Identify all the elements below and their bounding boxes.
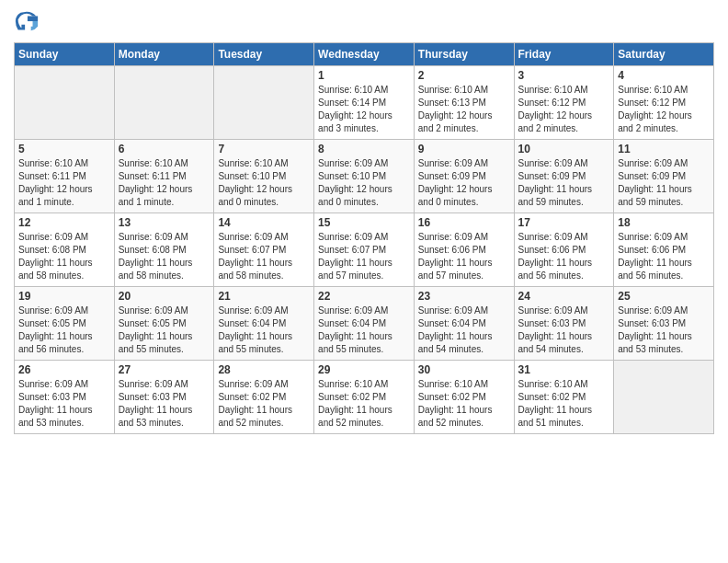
day-number: 8 bbox=[318, 143, 410, 155]
day-info: Sunrise: 6:10 AM Sunset: 6:11 PM Dayligh… bbox=[119, 157, 210, 209]
calendar-table: Sunday Monday Tuesday Wednesday Thursday… bbox=[14, 42, 714, 434]
day-info: Sunrise: 6:09 AM Sunset: 6:08 PM Dayligh… bbox=[18, 231, 110, 282]
col-friday: Friday bbox=[514, 43, 614, 66]
day-info: Sunrise: 6:09 AM Sunset: 6:02 PM Dayligh… bbox=[218, 378, 310, 430]
day-info: Sunrise: 6:09 AM Sunset: 6:05 PM Dayligh… bbox=[119, 304, 210, 356]
day-number: 3 bbox=[518, 69, 610, 82]
day-cell: 3Sunrise: 6:10 AM Sunset: 6:12 PM Daylig… bbox=[514, 66, 614, 140]
day-info: Sunrise: 6:10 AM Sunset: 6:02 PM Dayligh… bbox=[418, 378, 510, 430]
logo bbox=[14, 9, 43, 35]
week-row-3: 12Sunrise: 6:09 AM Sunset: 6:08 PM Dayli… bbox=[15, 213, 714, 287]
day-cell: 9Sunrise: 6:09 AM Sunset: 6:09 PM Daylig… bbox=[414, 140, 514, 213]
day-cell: 22Sunrise: 6:09 AM Sunset: 6:04 PM Dayli… bbox=[314, 287, 415, 361]
day-info: Sunrise: 6:09 AM Sunset: 6:10 PM Dayligh… bbox=[318, 157, 410, 209]
day-number: 22 bbox=[318, 290, 410, 303]
day-number: 12 bbox=[18, 216, 110, 229]
day-cell: 10Sunrise: 6:09 AM Sunset: 6:09 PM Dayli… bbox=[514, 140, 614, 213]
day-cell: 23Sunrise: 6:09 AM Sunset: 6:04 PM Dayli… bbox=[414, 287, 514, 361]
day-number: 15 bbox=[318, 216, 410, 229]
day-cell: 4Sunrise: 6:10 AM Sunset: 6:12 PM Daylig… bbox=[614, 66, 714, 140]
day-number: 21 bbox=[218, 290, 310, 303]
day-info: Sunrise: 6:09 AM Sunset: 6:03 PM Dayligh… bbox=[119, 378, 210, 430]
day-info: Sunrise: 6:09 AM Sunset: 6:09 PM Dayligh… bbox=[618, 157, 710, 209]
day-info: Sunrise: 6:10 AM Sunset: 6:12 PM Dayligh… bbox=[518, 84, 610, 135]
day-info: Sunrise: 6:09 AM Sunset: 6:05 PM Dayligh… bbox=[18, 304, 110, 356]
day-cell: 8Sunrise: 6:09 AM Sunset: 6:10 PM Daylig… bbox=[314, 140, 415, 213]
day-cell: 15Sunrise: 6:09 AM Sunset: 6:07 PM Dayli… bbox=[314, 213, 415, 287]
day-number: 19 bbox=[18, 290, 110, 303]
day-info: Sunrise: 6:09 AM Sunset: 6:06 PM Dayligh… bbox=[618, 231, 710, 282]
day-info: Sunrise: 6:09 AM Sunset: 6:08 PM Dayligh… bbox=[119, 231, 210, 282]
day-cell: 24Sunrise: 6:09 AM Sunset: 6:03 PM Dayli… bbox=[514, 287, 614, 361]
day-number: 27 bbox=[119, 363, 210, 376]
weekday-row: Sunday Monday Tuesday Wednesday Thursday… bbox=[15, 43, 714, 66]
day-number: 26 bbox=[18, 363, 110, 376]
day-info: Sunrise: 6:10 AM Sunset: 6:13 PM Dayligh… bbox=[418, 84, 510, 135]
page-container: Sunday Monday Tuesday Wednesday Thursday… bbox=[0, 0, 728, 563]
day-info: Sunrise: 6:10 AM Sunset: 6:02 PM Dayligh… bbox=[318, 378, 410, 430]
day-number: 14 bbox=[218, 216, 310, 229]
col-saturday: Saturday bbox=[614, 43, 714, 66]
day-cell: 30Sunrise: 6:10 AM Sunset: 6:02 PM Dayli… bbox=[414, 361, 514, 434]
day-number: 24 bbox=[518, 290, 610, 303]
day-number: 9 bbox=[418, 143, 510, 155]
day-cell bbox=[214, 66, 314, 140]
day-info: Sunrise: 6:09 AM Sunset: 6:06 PM Dayligh… bbox=[518, 231, 610, 282]
day-info: Sunrise: 6:09 AM Sunset: 6:03 PM Dayligh… bbox=[618, 304, 710, 356]
calendar-body: 1Sunrise: 6:10 AM Sunset: 6:14 PM Daylig… bbox=[15, 66, 714, 434]
day-number: 1 bbox=[318, 69, 410, 82]
day-cell: 1Sunrise: 6:10 AM Sunset: 6:14 PM Daylig… bbox=[314, 66, 415, 140]
day-cell: 29Sunrise: 6:10 AM Sunset: 6:02 PM Dayli… bbox=[314, 361, 415, 434]
col-wednesday: Wednesday bbox=[314, 43, 415, 66]
day-cell: 20Sunrise: 6:09 AM Sunset: 6:05 PM Dayli… bbox=[114, 287, 214, 361]
day-info: Sunrise: 6:09 AM Sunset: 6:04 PM Dayligh… bbox=[418, 304, 510, 356]
day-info: Sunrise: 6:09 AM Sunset: 6:09 PM Dayligh… bbox=[518, 157, 610, 209]
day-cell: 13Sunrise: 6:09 AM Sunset: 6:08 PM Dayli… bbox=[114, 213, 214, 287]
day-cell: 31Sunrise: 6:10 AM Sunset: 6:02 PM Dayli… bbox=[514, 361, 614, 434]
day-number: 10 bbox=[518, 143, 610, 155]
day-cell bbox=[15, 66, 115, 140]
day-cell: 5Sunrise: 6:10 AM Sunset: 6:11 PM Daylig… bbox=[15, 140, 115, 213]
day-info: Sunrise: 6:09 AM Sunset: 6:04 PM Dayligh… bbox=[318, 304, 410, 356]
col-monday: Monday bbox=[114, 43, 214, 66]
day-number: 5 bbox=[18, 143, 110, 155]
day-number: 28 bbox=[218, 363, 310, 376]
day-cell: 16Sunrise: 6:09 AM Sunset: 6:06 PM Dayli… bbox=[414, 213, 514, 287]
day-cell: 14Sunrise: 6:09 AM Sunset: 6:07 PM Dayli… bbox=[214, 213, 314, 287]
day-info: Sunrise: 6:09 AM Sunset: 6:07 PM Dayligh… bbox=[218, 231, 310, 282]
day-cell: 19Sunrise: 6:09 AM Sunset: 6:05 PM Dayli… bbox=[15, 287, 115, 361]
day-number: 2 bbox=[418, 69, 510, 82]
day-cell: 26Sunrise: 6:09 AM Sunset: 6:03 PM Dayli… bbox=[15, 361, 115, 434]
calendar-header: Sunday Monday Tuesday Wednesday Thursday… bbox=[15, 43, 714, 66]
day-info: Sunrise: 6:10 AM Sunset: 6:14 PM Dayligh… bbox=[318, 84, 410, 135]
day-cell: 6Sunrise: 6:10 AM Sunset: 6:11 PM Daylig… bbox=[114, 140, 214, 213]
day-info: Sunrise: 6:09 AM Sunset: 6:06 PM Dayligh… bbox=[418, 231, 510, 282]
day-number: 4 bbox=[618, 69, 710, 82]
day-number: 25 bbox=[618, 290, 710, 303]
day-cell: 11Sunrise: 6:09 AM Sunset: 6:09 PM Dayli… bbox=[614, 140, 714, 213]
header bbox=[14, 9, 714, 35]
week-row-2: 5Sunrise: 6:10 AM Sunset: 6:11 PM Daylig… bbox=[15, 140, 714, 213]
day-cell bbox=[114, 66, 214, 140]
day-cell bbox=[614, 361, 714, 434]
day-number: 20 bbox=[119, 290, 210, 303]
week-row-4: 19Sunrise: 6:09 AM Sunset: 6:05 PM Dayli… bbox=[15, 287, 714, 361]
day-number: 18 bbox=[618, 216, 710, 229]
day-number: 16 bbox=[418, 216, 510, 229]
day-cell: 2Sunrise: 6:10 AM Sunset: 6:13 PM Daylig… bbox=[414, 66, 514, 140]
day-cell: 7Sunrise: 6:10 AM Sunset: 6:10 PM Daylig… bbox=[214, 140, 314, 213]
day-info: Sunrise: 6:09 AM Sunset: 6:04 PM Dayligh… bbox=[218, 304, 310, 356]
col-tuesday: Tuesday bbox=[214, 43, 314, 66]
day-info: Sunrise: 6:09 AM Sunset: 6:09 PM Dayligh… bbox=[418, 157, 510, 209]
day-number: 29 bbox=[318, 363, 410, 376]
day-cell: 25Sunrise: 6:09 AM Sunset: 6:03 PM Dayli… bbox=[614, 287, 714, 361]
day-info: Sunrise: 6:10 AM Sunset: 6:02 PM Dayligh… bbox=[518, 378, 610, 430]
day-info: Sunrise: 6:10 AM Sunset: 6:11 PM Dayligh… bbox=[18, 157, 110, 209]
day-number: 17 bbox=[518, 216, 610, 229]
col-sunday: Sunday bbox=[15, 43, 115, 66]
day-cell: 17Sunrise: 6:09 AM Sunset: 6:06 PM Dayli… bbox=[514, 213, 614, 287]
day-cell: 28Sunrise: 6:09 AM Sunset: 6:02 PM Dayli… bbox=[214, 361, 314, 434]
day-info: Sunrise: 6:10 AM Sunset: 6:10 PM Dayligh… bbox=[218, 157, 310, 209]
day-number: 11 bbox=[618, 143, 710, 155]
day-cell: 12Sunrise: 6:09 AM Sunset: 6:08 PM Dayli… bbox=[15, 213, 115, 287]
